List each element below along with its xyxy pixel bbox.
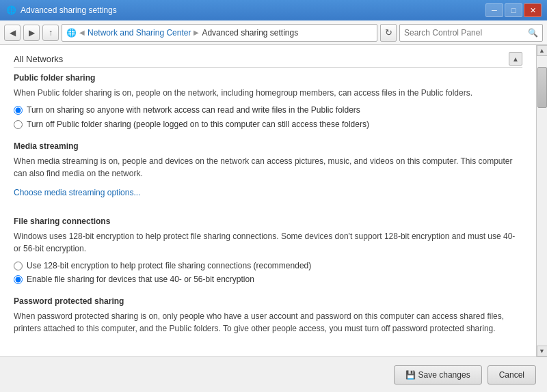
radio-encrypt-128[interactable] bbox=[14, 262, 23, 270]
search-box: 🔍 bbox=[399, 24, 543, 42]
media-streaming-section: Media streaming When media streaming is … bbox=[14, 141, 522, 206]
media-streaming-link[interactable]: Choose media streaming options... bbox=[14, 188, 140, 197]
scroll-down-button[interactable]: ▼ bbox=[537, 346, 548, 356]
back-button[interactable]: ◀ bbox=[4, 25, 21, 41]
password-sharing-description: When password protected sharing is on, o… bbox=[14, 310, 522, 335]
search-input[interactable] bbox=[404, 28, 525, 38]
collapse-button[interactable]: ▲ bbox=[509, 52, 522, 66]
bottom-bar: 💾 Save changes Cancel bbox=[0, 356, 547, 392]
content-area: All Networks ▲ Public folder sharing Whe… bbox=[0, 45, 536, 356]
public-folder-section: Public folder sharing When Public folder… bbox=[14, 73, 522, 130]
refresh-button[interactable]: ↻ bbox=[380, 24, 397, 42]
breadcrumb: 🌐 ◀ Network and Sharing Center ▶ Advance… bbox=[62, 24, 377, 42]
radio-option-encrypt-128: Use 128-bit encryption to help protect f… bbox=[14, 260, 522, 272]
radio-share-on[interactable] bbox=[14, 106, 23, 115]
window-title: Advanced sharing settings bbox=[21, 5, 117, 15]
search-icon[interactable]: 🔍 bbox=[528, 28, 538, 38]
all-networks-title: All Networks bbox=[14, 54, 63, 64]
main-content: All Networks ▲ Public folder sharing Whe… bbox=[0, 45, 547, 356]
save-label: Save changes bbox=[418, 370, 470, 380]
all-networks-header: All Networks ▲ bbox=[14, 52, 522, 68]
forward-button[interactable]: ▶ bbox=[23, 25, 40, 41]
media-streaming-title: Media streaming bbox=[14, 141, 522, 151]
radio-encrypt-40-56[interactable] bbox=[14, 275, 23, 284]
radio-share-off-label[interactable]: Turn off Public folder sharing (people l… bbox=[27, 119, 369, 130]
address-bar: ◀ ▶ ↑ 🌐 ◀ Network and Sharing Center ▶ A… bbox=[0, 20, 547, 45]
up-button[interactable]: ↑ bbox=[42, 25, 59, 41]
radio-option-share-off: Turn off Public folder sharing (people l… bbox=[14, 119, 522, 130]
public-folder-title: Public folder sharing bbox=[14, 73, 522, 83]
minimize-button[interactable]: ─ bbox=[485, 3, 503, 17]
scrollbar-thumb[interactable] bbox=[537, 67, 547, 108]
breadcrumb-icon: 🌐 bbox=[66, 28, 77, 38]
close-button[interactable]: ✕ bbox=[524, 3, 542, 17]
radio-share-on-label[interactable]: Turn on sharing so anyone with network a… bbox=[27, 104, 360, 116]
radio-option-encrypt-40-56: Enable file sharing for devices that use… bbox=[14, 274, 522, 285]
scroll-up-button[interactable]: ▲ bbox=[537, 45, 548, 56]
file-sharing-title: File sharing connections bbox=[14, 216, 522, 226]
title-icon: 🌐 bbox=[5, 5, 16, 16]
window-controls: ─ □ ✕ bbox=[485, 3, 542, 17]
scrollbar: ▲ ▼ bbox=[536, 45, 547, 356]
cancel-button[interactable]: Cancel bbox=[488, 365, 536, 384]
breadcrumb-network-center[interactable]: Network and Sharing Center bbox=[88, 28, 191, 38]
maximize-button[interactable]: □ bbox=[505, 3, 522, 17]
file-sharing-options: Use 128-bit encryption to help protect f… bbox=[14, 260, 522, 286]
save-button[interactable]: 💾 Save changes bbox=[394, 365, 482, 384]
file-sharing-section: File sharing connections Windows uses 12… bbox=[14, 216, 522, 286]
title-bar: 🌐 Advanced sharing settings ─ □ ✕ bbox=[0, 0, 547, 20]
file-sharing-description: Windows uses 128-bit encryption to help … bbox=[14, 230, 522, 255]
password-sharing-section: Password protected sharing When password… bbox=[14, 296, 522, 335]
radio-encrypt-40-56-label[interactable]: Enable file sharing for devices that use… bbox=[27, 274, 254, 285]
save-icon: 💾 bbox=[405, 370, 416, 380]
radio-option-share-on: Turn on sharing so anyone with network a… bbox=[14, 104, 522, 116]
radio-encrypt-128-label[interactable]: Use 128-bit encryption to help protect f… bbox=[27, 260, 311, 272]
breadcrumb-current: Advanced sharing settings bbox=[202, 28, 298, 38]
public-folder-description: When Public folder sharing is on, people… bbox=[14, 87, 522, 99]
public-folder-options: Turn on sharing so anyone with network a… bbox=[14, 104, 522, 130]
password-sharing-title: Password protected sharing bbox=[14, 296, 522, 306]
all-networks-section: All Networks ▲ Public folder sharing Whe… bbox=[14, 52, 522, 335]
media-streaming-description: When media streaming is on, people and d… bbox=[14, 155, 522, 180]
radio-share-off[interactable] bbox=[14, 120, 23, 129]
